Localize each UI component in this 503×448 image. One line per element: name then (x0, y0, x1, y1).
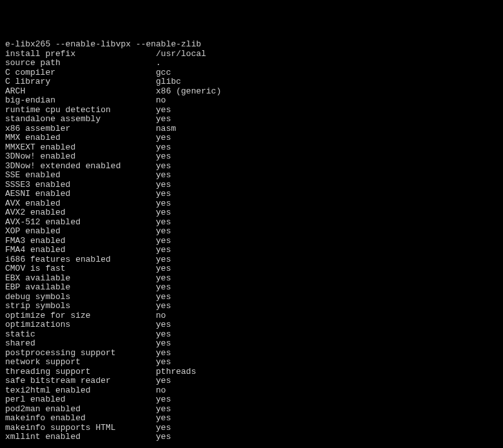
terminal-output: e-libx265 --enable-libvpx --enable-zlib … (5, 40, 498, 448)
